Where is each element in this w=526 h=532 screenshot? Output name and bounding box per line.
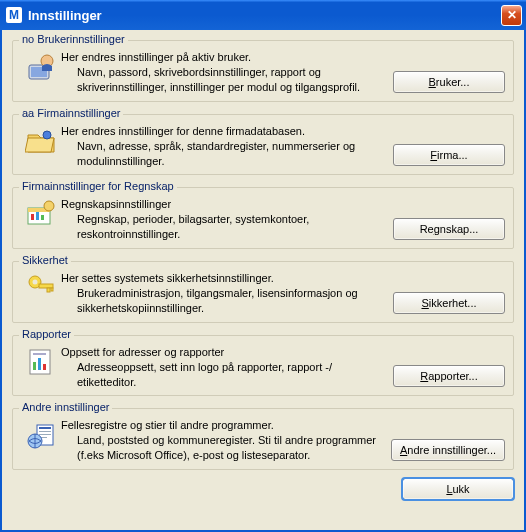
reports-icon — [25, 346, 57, 378]
regnskap-button[interactable]: Regnskap... — [393, 218, 505, 240]
app-icon: M — [6, 7, 22, 23]
svg-point-3 — [43, 131, 51, 139]
svg-rect-23 — [39, 434, 51, 435]
section-description: Brukeradministrasjon, tilgangsmaler, lis… — [61, 286, 385, 316]
company-folder-icon — [25, 125, 57, 157]
group-label: Firmainnstillinger for Regnskap — [19, 180, 177, 192]
section-description: Navn, passord, skrivebordsinnstillinger,… — [61, 65, 385, 95]
svg-point-11 — [33, 280, 38, 285]
security-key-icon — [25, 272, 57, 304]
svg-rect-16 — [33, 362, 36, 370]
lukk-button[interactable]: Lukk — [402, 478, 514, 500]
group-label: no Brukerinnstillinger — [19, 33, 128, 45]
user-settings-icon — [25, 51, 57, 83]
accounting-icon — [25, 198, 57, 230]
dialog-client-area: no Brukerinnstillinger Her endres innsti… — [0, 30, 526, 532]
section-heading: Fellesregistre og stier til andre progra… — [61, 419, 385, 431]
group-label: aa Firmainnstillinger — [19, 107, 123, 119]
section-description: Adresseoppsett, sett inn logo på rapport… — [61, 360, 385, 390]
button-label-rest: ndre innstillinger... — [407, 444, 496, 456]
group-company-settings: aa Firmainnstillinger Her endres innstil… — [12, 114, 514, 176]
button-label-pre: Re — [420, 223, 434, 235]
group-other-settings: Andre innstillinger Fellesregistre og st… — [12, 408, 514, 470]
button-label-rest: ukk — [453, 483, 470, 495]
sikkerhet-button[interactable]: Sikkerhet... — [393, 292, 505, 314]
button-label-rest: ruker... — [436, 76, 470, 88]
svg-point-9 — [44, 201, 54, 211]
svg-rect-6 — [31, 214, 34, 220]
group-reports: Rapporter Oppsett for adresser og rappor… — [12, 335, 514, 397]
svg-rect-13 — [47, 288, 50, 292]
svg-rect-12 — [39, 284, 53, 288]
svg-rect-21 — [39, 427, 51, 429]
button-label-rest: irma... — [437, 149, 468, 161]
svg-rect-17 — [38, 358, 41, 370]
firma-button[interactable]: Firma... — [393, 144, 505, 166]
svg-rect-14 — [51, 288, 53, 291]
section-heading: Regnskapsinnstillinger — [61, 198, 385, 210]
rapporter-button[interactable]: Rapporter... — [393, 365, 505, 387]
other-settings-icon — [25, 419, 57, 451]
title-bar: M Innstillinger ✕ — [0, 0, 526, 30]
bruker-button[interactable]: Bruker... — [393, 71, 505, 93]
window-title: Innstillinger — [28, 8, 501, 23]
group-label: Rapporter — [19, 328, 74, 340]
section-heading: Her endres innstillinger for denne firma… — [61, 125, 385, 137]
dialog-footer: Lukk — [12, 478, 514, 500]
andre-innstillinger-button[interactable]: Andre innstillinger... — [391, 439, 505, 461]
section-heading: Her settes systemets sikkerhetsinnstilli… — [61, 272, 385, 284]
group-user-settings: no Brukerinnstillinger Her endres innsti… — [12, 40, 514, 102]
svg-rect-7 — [36, 212, 39, 220]
button-label-rest: ikkerhet... — [429, 297, 477, 309]
svg-rect-19 — [33, 353, 46, 355]
group-accounting-settings: Firmainnstillinger for Regnskap Regnskap… — [12, 187, 514, 249]
button-label-rest: nskap... — [440, 223, 479, 235]
group-security: Sikkerhet Her settes systemets sikkerhet… — [12, 261, 514, 323]
svg-rect-18 — [43, 364, 46, 370]
button-label-rest: apporter... — [428, 370, 478, 382]
section-heading: Her endres innstillinger på aktiv bruker… — [61, 51, 385, 63]
svg-rect-22 — [39, 431, 51, 432]
svg-rect-8 — [41, 215, 44, 220]
section-description: Navn, adresse, språk, standardregister, … — [61, 139, 385, 169]
section-heading: Oppsett for adresser og rapporter — [61, 346, 385, 358]
group-label: Sikkerhet — [19, 254, 71, 266]
window-close-button[interactable]: ✕ — [501, 5, 522, 26]
section-description: Regnskap, perioder, bilagsarter, systemk… — [61, 212, 385, 242]
group-label: Andre innstillinger — [19, 401, 112, 413]
section-description: Land, poststed og kommuneregister. Sti t… — [61, 433, 385, 463]
